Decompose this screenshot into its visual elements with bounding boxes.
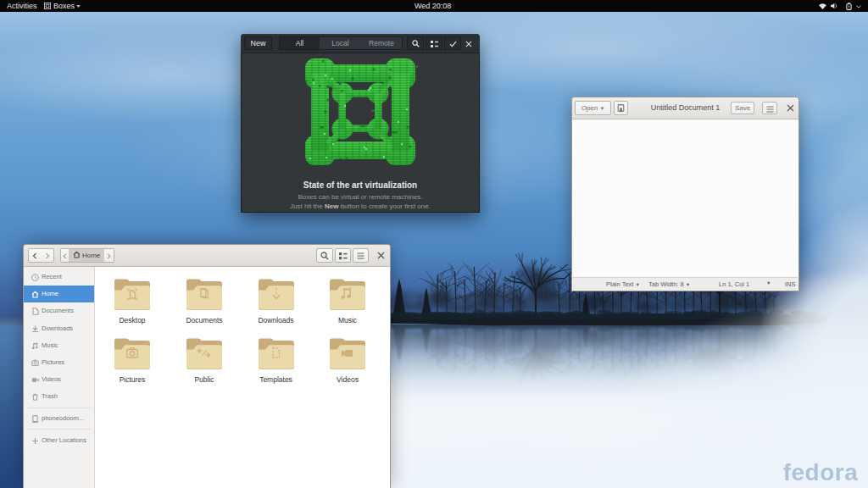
svg-text:fedora: fedora [783,459,859,485]
